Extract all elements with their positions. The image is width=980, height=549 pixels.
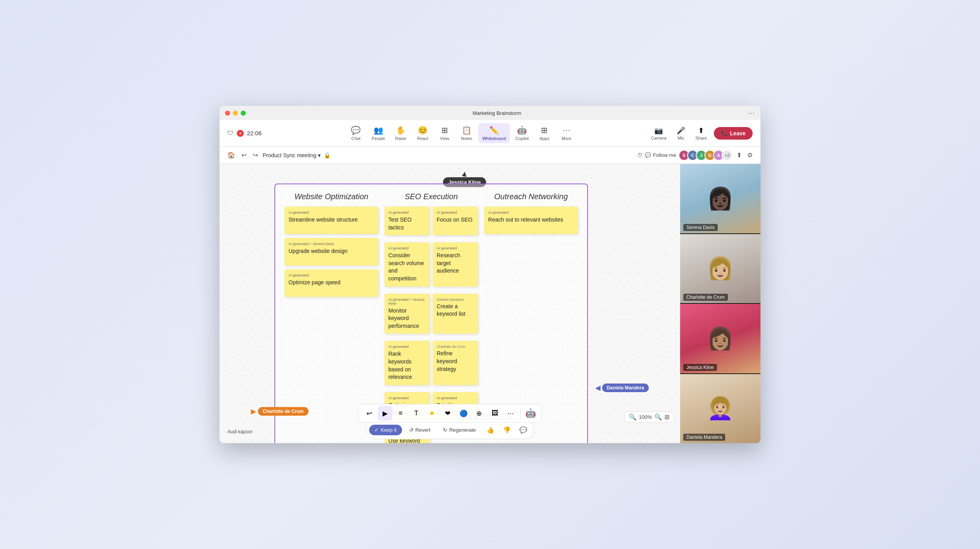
- minimize-button[interactable]: [233, 111, 238, 116]
- more-tools[interactable]: ⋯: [503, 406, 518, 421]
- apps-icon: ⊞: [541, 125, 548, 135]
- note-text: Reach out to relevant websites: [488, 216, 563, 223]
- video-tile-charlotte: 👩🏼 Charlotte de Crum: [680, 234, 760, 304]
- mic-button[interactable]: 🎤 Mic: [673, 125, 688, 142]
- image-tool[interactable]: 🖼: [487, 406, 502, 421]
- sticky-note[interactable]: AI generated Reach out to relevant websi…: [484, 207, 578, 234]
- thumbs-up-button[interactable]: 👍: [483, 422, 498, 437]
- close-button[interactable]: [225, 111, 230, 116]
- text-tool[interactable]: T: [409, 406, 424, 421]
- ai-badge: AI generated: [388, 246, 426, 250]
- regenerate-icon: ↻: [443, 427, 447, 433]
- note-text: Create a keyword list: [437, 303, 465, 317]
- sticky-note[interactable]: AI generated Rank keywords based on rele…: [385, 341, 430, 385]
- window-title: Marketing Brainstorm: [246, 110, 748, 116]
- pointer-tool[interactable]: ▶: [377, 406, 392, 421]
- camera-label: Camera: [651, 136, 666, 140]
- camera-button[interactable]: 📷 Camera: [648, 125, 670, 142]
- toolbar-apps[interactable]: ⊞ Apps: [534, 123, 555, 143]
- chat-icon: 💬: [351, 125, 361, 135]
- toolbar-whiteboard[interactable]: ✏️ Whiteboard: [478, 123, 510, 143]
- whiteboard-bottom-controls: ✓ Keep it ↺ Revert ↻ Regenerate 👍 👎 💬: [365, 420, 534, 439]
- whiteboard-icon: ✏️: [489, 125, 499, 135]
- toolbar-notes[interactable]: 📋 Notes: [456, 123, 477, 143]
- emoji-tool[interactable]: 🔵: [456, 406, 471, 421]
- more-icon: ⋯: [563, 125, 570, 135]
- revert-icon: ↺: [409, 427, 414, 433]
- connect-tool[interactable]: ⊕: [472, 406, 486, 421]
- tool-divider: [520, 408, 521, 419]
- timer-icon: ⏱: [637, 152, 642, 158]
- toolbar-view[interactable]: ⊞ View: [434, 123, 455, 143]
- notes-label: Notes: [461, 136, 472, 141]
- share-button[interactable]: ⬆ Share: [692, 125, 710, 142]
- ai-badge: AI generated: [437, 246, 474, 250]
- ai-badge: AI generated + Jessica Kline: [388, 298, 426, 305]
- toolbar-chat[interactable]: 💬 Chat: [346, 123, 366, 143]
- sticky-note[interactable]: AI generated Research target audience: [433, 242, 478, 286]
- follow-me-label: Follow me: [653, 152, 676, 158]
- toolbar-react[interactable]: 😊 React: [412, 123, 433, 143]
- fit-screen-button[interactable]: ⊞: [664, 413, 670, 421]
- ai-badge: AI generated: [289, 211, 374, 215]
- window-controls: [225, 111, 246, 116]
- note-text: Research target audience: [437, 252, 460, 274]
- lock-icon: 🔒: [324, 152, 330, 158]
- window-menu[interactable]: ⋯: [748, 109, 755, 117]
- keep-it-button[interactable]: ✓ Keep it: [369, 425, 402, 435]
- col2-title: SEO Execution: [385, 192, 478, 201]
- toolbar-raise[interactable]: ✋ Raise: [390, 123, 411, 143]
- toolbar-people[interactable]: 👥 People: [368, 123, 389, 143]
- keep-it-label: Keep it: [381, 427, 396, 433]
- top-toolbar: 🛡 ● 22:06 💬 Chat 👥 People ✋ Raise 😊 Reac…: [220, 120, 760, 147]
- redo-button[interactable]: ↪: [251, 150, 260, 160]
- sticky-note[interactable]: AI generated Focus on SEO: [433, 207, 478, 235]
- ai-badge: AI generated + Serena Davis: [289, 242, 374, 246]
- copilot-tool[interactable]: 🤖: [523, 406, 538, 421]
- sticky-note[interactable]: AI generated Consider search volume and …: [385, 242, 430, 286]
- ai-badge: AI generated: [388, 396, 426, 400]
- sticky-note[interactable]: AI generated + Jessica Kline Monitor key…: [385, 294, 430, 334]
- shield-icon: 🛡: [227, 130, 234, 137]
- col1-title: Website Optimization: [285, 192, 378, 201]
- mic-label: Mic: [677, 136, 684, 140]
- heart-tool[interactable]: ❤: [440, 406, 455, 421]
- revert-button[interactable]: ↺ Revert: [404, 425, 436, 435]
- toolbar-copilot[interactable]: 🤖 Copilot: [512, 123, 533, 143]
- sticky-note[interactable]: AI generated Streamline website structur…: [285, 207, 378, 234]
- participant-avatars: S C J D A +2: [679, 150, 733, 161]
- meeting-name-dropdown[interactable]: Product Sync meeting ▾: [263, 152, 321, 158]
- follow-me-button[interactable]: 💬 Follow me: [645, 152, 676, 158]
- charlotte-video: 👩🏼: [680, 234, 760, 304]
- home-button[interactable]: 🏠: [226, 150, 237, 160]
- regenerate-button[interactable]: ↻ Regenerate: [437, 425, 481, 435]
- sticky-note[interactable]: AI generated Optimize page speed: [285, 269, 378, 297]
- col3-title: Outreach Networking: [484, 192, 578, 201]
- settings-button[interactable]: ⚙: [746, 150, 754, 160]
- zoom-out-button[interactable]: 🔍: [629, 413, 637, 421]
- thumbs-down-button[interactable]: 👎: [499, 422, 514, 437]
- more-participants[interactable]: +2: [722, 150, 733, 161]
- ai-badge: AI generated: [388, 345, 426, 349]
- notes-icon: 📋: [462, 125, 472, 135]
- note-text: Refine keyword strategy: [437, 350, 457, 372]
- comment-button[interactable]: 💬: [516, 422, 531, 437]
- sticky-note[interactable]: AI generated Test SEO tactics: [385, 207, 430, 235]
- sticky-note[interactable]: AI generated + Serena Davis Upgrade webs…: [285, 238, 378, 265]
- leave-button[interactable]: 📞 Leave: [714, 127, 753, 140]
- undo-tool[interactable]: ↩: [362, 406, 377, 421]
- sticky-note[interactable]: Daniela Mandera Create a keyword list: [433, 294, 478, 334]
- whiteboard-area[interactable]: Jessica Kline Website Optimization AI ge…: [220, 164, 680, 443]
- select-tool[interactable]: ≡: [393, 406, 408, 421]
- charlotte-name: Charlotte de Crum: [683, 294, 728, 301]
- toolbar-more[interactable]: ⋯ More: [556, 123, 577, 143]
- drawing-toolbar: ↩ ▶ ≡ T ■ ❤ 🔵 ⊕ 🖼 ⋯ 🤖: [358, 404, 541, 423]
- share-link-button[interactable]: ⬆: [735, 150, 743, 160]
- zoom-in-button[interactable]: 🔍: [654, 413, 662, 421]
- recording-indicator: ●: [237, 130, 244, 137]
- undo-button[interactable]: ↩: [240, 150, 248, 160]
- sticky-note[interactable]: Charlotte de Crum Refine keyword strateg…: [433, 341, 478, 385]
- serena-name: Serena Davis: [683, 224, 718, 231]
- maximize-button[interactable]: [241, 111, 246, 116]
- sticky-tool[interactable]: ■: [425, 406, 439, 421]
